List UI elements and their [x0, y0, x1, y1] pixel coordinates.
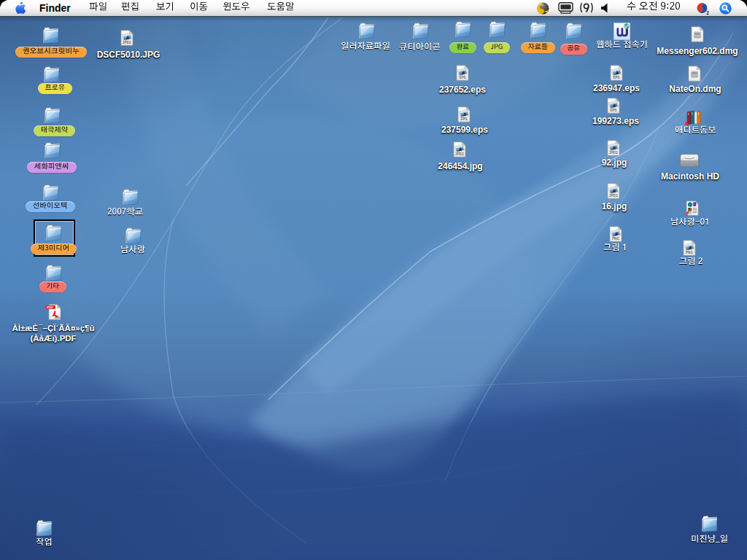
svg-text:2: 2 — [706, 10, 709, 15]
